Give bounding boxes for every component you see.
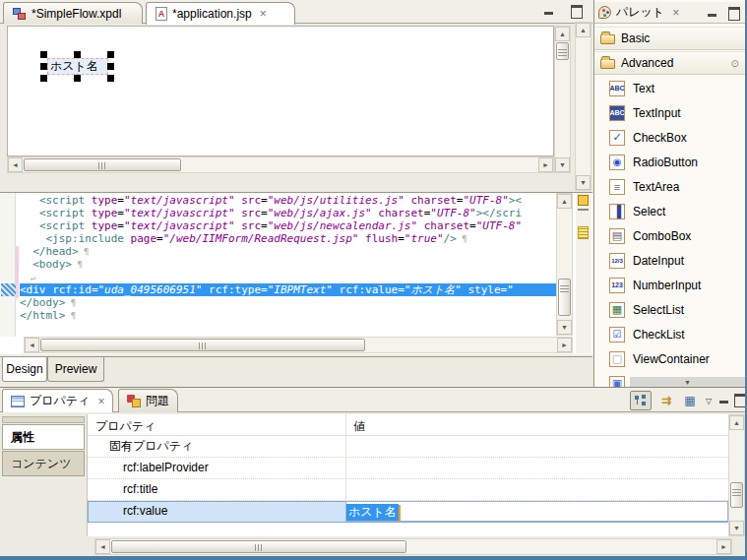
overview-ruler[interactable]	[576, 193, 591, 353]
scroll-up-icon[interactable]: ▲	[576, 23, 591, 37]
scroll-right-icon[interactable]: ►	[716, 539, 731, 554]
palette-item-textarea[interactable]: ≡TextArea	[594, 174, 745, 199]
scrollbar-thumb[interactable]	[730, 482, 743, 508]
code-line[interactable]: <script type="text/javascript" src="web/…	[20, 219, 556, 232]
palette-scroll-down-indicator[interactable]: ▼	[630, 377, 745, 387]
restore-default-value-button[interactable]: ▦	[679, 391, 701, 410]
close-icon[interactable]: ×	[260, 9, 267, 19]
selection-handle[interactable]	[107, 63, 114, 70]
palette-item-viewcontainer[interactable]: ▢ViewContainer	[594, 346, 745, 371]
properties-vertical-scrollbar[interactable]: ▲ ▼	[728, 414, 745, 536]
property-name: rcf:title	[88, 479, 345, 500]
scroll-down-icon[interactable]: ▼	[555, 157, 570, 172]
code-segment: =	[117, 194, 124, 207]
palette-item-numberinput[interactable]: 123NumberInput	[594, 273, 745, 297]
tab-properties[interactable]: プロパティ ×	[2, 389, 113, 412]
scrollbar-thumb[interactable]	[24, 158, 181, 171]
selection-handle[interactable]	[40, 75, 47, 82]
maximize-icon[interactable]	[571, 5, 584, 17]
side-tab-attributes[interactable]: 属性	[2, 424, 85, 450]
palette-category-advanced[interactable]: Advanced ⊙	[594, 51, 745, 75]
code-line[interactable]: <script type="text/javascript" src="web/…	[20, 194, 556, 207]
editor-outer-vertical-scrollbar[interactable]: ▲ ▼	[575, 22, 591, 191]
jsp-page-icon	[156, 7, 167, 21]
scroll-down-icon[interactable]: ▼	[729, 521, 744, 535]
pin-icon[interactable]: ⊙	[731, 58, 739, 69]
scrollbar-thumb[interactable]	[556, 42, 569, 60]
property-value[interactable]	[345, 479, 728, 500]
tab-preview[interactable]: Preview	[47, 357, 104, 382]
property-value[interactable]	[345, 458, 728, 478]
close-icon[interactable]: ×	[97, 397, 104, 406]
scroll-down-icon[interactable]: ▼	[557, 320, 572, 335]
side-tab-contents[interactable]: コンテンツ	[2, 451, 85, 476]
palette-category-basic[interactable]: Basic	[594, 27, 745, 50]
source-vertical-scrollbar[interactable]: ▲ ▼	[556, 193, 573, 336]
design-canvas[interactable]: ホスト名	[7, 26, 554, 156]
palette-item-text[interactable]: ABCText	[594, 76, 745, 100]
property-row-rcf:title[interactable]: rcf:title	[88, 479, 728, 501]
property-row-固有プロパティ[interactable]: 固有プロパティ	[88, 436, 728, 458]
code-segment: type	[92, 194, 118, 207]
palette-item-textinput[interactable]: ABCTextInput	[594, 100, 745, 125]
value-edit-selection[interactable]: ホスト名	[346, 504, 399, 521]
code-line[interactable]: </body> ¶	[20, 296, 556, 309]
selection-handle[interactable]	[107, 75, 114, 82]
show-categories-button[interactable]	[630, 391, 652, 410]
scroll-right-icon[interactable]: ►	[538, 157, 553, 172]
scrollbar-thumb[interactable]	[40, 339, 365, 351]
source-code[interactable]: <script type="text/javascript" src="web/…	[20, 194, 556, 336]
code-line[interactable]: </html> ¶	[20, 309, 556, 322]
show-advanced-properties-button[interactable]: ⇉	[655, 391, 677, 410]
selection-handle[interactable]	[74, 51, 81, 58]
palette-item-combobox[interactable]: ▤ComboBox	[594, 223, 745, 248]
code-line[interactable]: <jsp:include page="/web/IIMForm/ReadRequ…	[20, 232, 556, 245]
overview-ruler-annotation[interactable]	[578, 226, 589, 239]
code-line[interactable]: ↵	[20, 271, 556, 283]
code-line[interactable]: <div rcf:id="uda_0495606951" rcf:type="I…	[20, 283, 556, 296]
palette-item-selectlist[interactable]: ▦SelectList	[594, 297, 745, 322]
editor-tab-simpleflow-xpdl[interactable]: *SimpleFlow.xpdl	[3, 2, 143, 24]
selection-handle[interactable]	[107, 51, 114, 58]
palette-item-radiobutton[interactable]: ◉RadioButton	[594, 150, 745, 174]
scrollbar-thumb[interactable]	[111, 540, 406, 553]
properties-horizontal-scrollbar[interactable]: ◄ ►	[94, 538, 732, 555]
minimize-icon[interactable]	[719, 394, 732, 405]
scroll-right-icon[interactable]: ►	[557, 338, 572, 352]
palette-item-checklist[interactable]: ☑CheckList	[594, 322, 745, 346]
scroll-up-icon[interactable]: ▲	[557, 194, 572, 209]
design-vertical-scrollbar[interactable]: ▲ ▼	[554, 26, 571, 173]
property-value[interactable]	[345, 436, 728, 457]
property-row-rcf:labelProvider[interactable]: rcf:labelProvider	[88, 458, 728, 479]
design-horizontal-scrollbar[interactable]: ◄ ►	[7, 156, 554, 173]
scroll-down-icon[interactable]: ▼	[576, 175, 591, 190]
scroll-up-icon[interactable]: ▲	[729, 415, 744, 430]
maximize-icon[interactable]	[728, 7, 741, 19]
scroll-up-icon[interactable]: ▲	[555, 27, 570, 41]
flow-diagram-icon	[13, 8, 27, 20]
selection-handle[interactable]	[40, 51, 47, 58]
palette-item-checkbox[interactable]: ✓CheckBox	[594, 125, 745, 150]
property-value[interactable]: ホスト名	[345, 501, 728, 522]
minimize-icon[interactable]	[708, 7, 720, 19]
scroll-left-icon[interactable]: ◄	[25, 338, 39, 352]
palette-item-dateinput[interactable]: 12/3DateInput	[594, 248, 745, 273]
minimize-icon[interactable]	[544, 5, 557, 17]
code-line[interactable]: <script type="text/javascript" src="web/…	[20, 207, 556, 219]
selection-handle[interactable]	[74, 75, 81, 82]
code-line[interactable]: </head> ¶	[20, 245, 556, 258]
tab-problems[interactable]: 問題	[118, 389, 178, 412]
selection-handle[interactable]	[40, 63, 47, 70]
source-horizontal-scrollbar[interactable]: ◄ ►	[24, 337, 573, 353]
scrollbar-thumb[interactable]	[558, 279, 571, 316]
selected-text-widget[interactable]: ホスト名	[47, 58, 108, 75]
close-icon[interactable]: ×	[672, 8, 679, 18]
scroll-left-icon[interactable]: ◄	[8, 157, 23, 172]
code-line[interactable]: <body> ¶	[20, 258, 556, 271]
property-row-rcf:value[interactable]: rcf:valueホスト名	[88, 501, 728, 523]
view-menu-button[interactable]: ▽	[701, 391, 716, 410]
palette-item-select[interactable]: ▐Select	[594, 199, 745, 223]
tab-design[interactable]: Design	[2, 357, 47, 382]
editor-tab-application-jsp[interactable]: *application.jsp ×	[146, 2, 295, 25]
scroll-left-icon[interactable]: ◄	[95, 539, 110, 554]
